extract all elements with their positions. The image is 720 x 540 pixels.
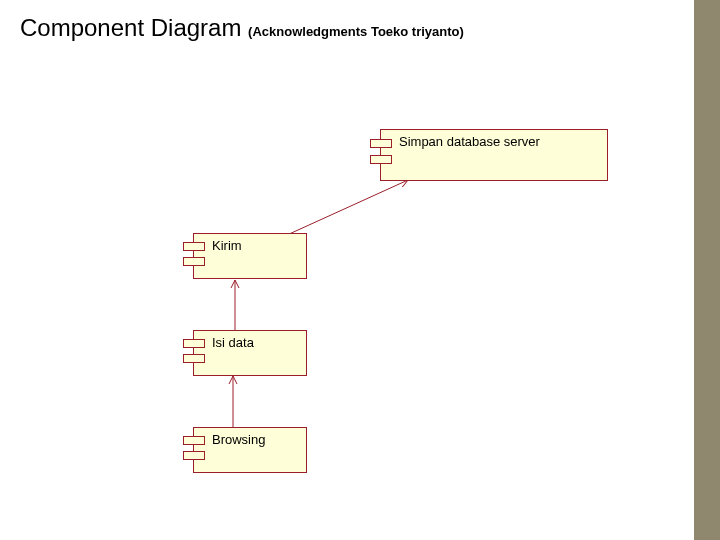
component-body: Browsing [193, 427, 307, 473]
component-kirim: Kirim [183, 233, 307, 279]
component-label: Kirim [212, 238, 242, 253]
component-label: Simpan database server [399, 134, 540, 149]
component-tab-icon [183, 451, 205, 460]
component-tab-icon [183, 257, 205, 266]
component-label: Isi data [212, 335, 254, 350]
component-tab-icon [183, 242, 205, 251]
component-tab-icon [370, 155, 392, 164]
slide-title: Component Diagram (Acknowledgments Toeko… [20, 14, 464, 42]
title-sub: (Acknowledgments Toeko triyanto) [248, 24, 464, 39]
component-label: Browsing [212, 432, 265, 447]
svg-line-0 [287, 180, 408, 235]
component-isi: Isi data [183, 330, 307, 376]
component-tab-icon [370, 139, 392, 148]
component-body: Isi data [193, 330, 307, 376]
component-simpan: Simpan database server [370, 129, 608, 181]
slide: Component Diagram (Acknowledgments Toeko… [0, 0, 720, 540]
title-main: Component Diagram [20, 14, 241, 41]
decorative-sidebar [694, 0, 720, 540]
component-tab-icon [183, 339, 205, 348]
component-tab-icon [183, 436, 205, 445]
component-browsing: Browsing [183, 427, 307, 473]
component-body: Kirim [193, 233, 307, 279]
dependency-arrows [0, 0, 720, 540]
component-tab-icon [183, 354, 205, 363]
component-body: Simpan database server [380, 129, 608, 181]
